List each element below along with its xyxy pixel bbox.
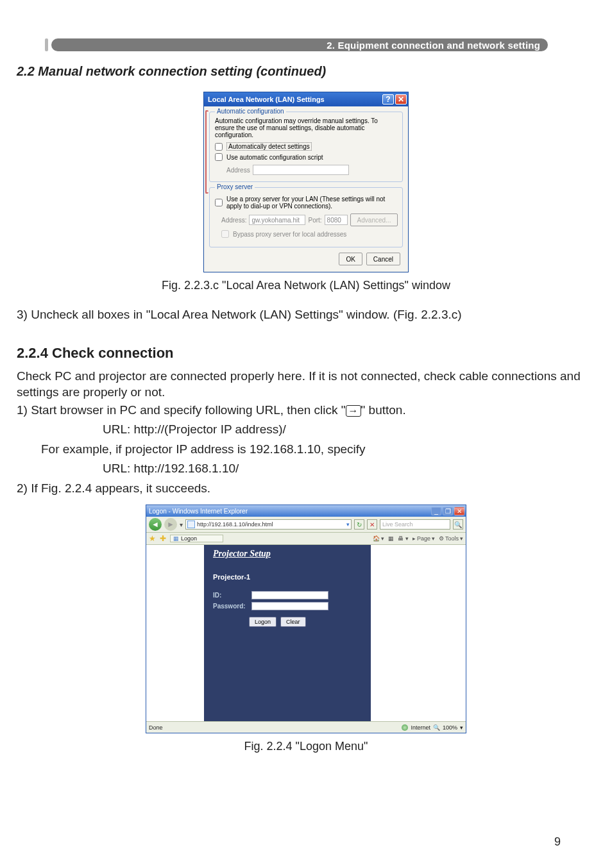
subsection-heading: 2.2.4 Check connection	[17, 345, 595, 362]
favicon-icon	[187, 521, 195, 528]
ribbon-tick	[45, 38, 48, 51]
maximize-button[interactable]: ❐	[443, 507, 453, 515]
panel-heading: Projector Setup	[213, 549, 362, 559]
proxy-legend: Proxy server	[215, 183, 255, 190]
browser-window: Logon - Windows Internet Explorer _ ❐ ✕ …	[146, 505, 466, 733]
proxy-port-label: Port:	[308, 217, 321, 224]
auto-detect-label: Automatically detect settings	[226, 142, 312, 151]
url-example: URL: http://192.168.1.10/	[103, 460, 595, 477]
tab-label: Logon	[181, 535, 197, 542]
chapter-ribbon: 2. Equipment connection and network sett…	[13, 38, 599, 51]
stop-button[interactable]: ✕	[367, 519, 377, 530]
auto-script-checkbox[interactable]	[215, 153, 223, 161]
browser-title: Logon - Windows Internet Explorer	[149, 508, 248, 515]
home-button[interactable]: 🏠 ▾	[373, 535, 385, 542]
minimize-button[interactable]: _	[431, 507, 441, 515]
bypass-label: Bypass proxy server for local addresses	[233, 231, 346, 238]
zoom-icon: 🔍	[433, 724, 440, 731]
password-input[interactable]	[251, 602, 328, 610]
figure-caption-1: Fig. 2.2.3.c "Local Area Network (LAN) S…	[13, 279, 599, 292]
proxy-port-input	[325, 215, 348, 225]
window-close-button[interactable]: ✕	[454, 507, 464, 515]
auto-detect-checkbox[interactable]	[215, 143, 223, 151]
advanced-button: Advanced...	[350, 213, 398, 226]
status-done: Done	[149, 724, 163, 731]
dialog-title: Local Area Network (LAN) Settings	[208, 96, 325, 103]
use-proxy-label: Use a proxy server for your LAN (These s…	[226, 196, 397, 210]
id-input[interactable]	[251, 591, 328, 599]
go-arrow-icon: →	[346, 405, 361, 417]
lan-settings-dialog: Local Area Network (LAN) Settings ? ✕ Au…	[203, 92, 409, 272]
forward-button[interactable]: ►	[164, 518, 177, 531]
globe-icon	[402, 724, 408, 731]
search-button[interactable]: 🔍	[453, 519, 463, 530]
bypass-checkbox	[221, 230, 229, 238]
search-box[interactable]: Live Search	[380, 519, 450, 530]
id-label: ID:	[213, 592, 249, 599]
favorites-star-icon[interactable]: ★	[149, 534, 156, 543]
add-favorite-icon[interactable]: ✚	[160, 534, 166, 543]
back-button[interactable]: ◄	[149, 518, 162, 531]
refresh-button[interactable]: ↻	[354, 519, 364, 530]
auto-script-label: Use automatic configuration script	[226, 154, 323, 161]
auto-config-legend: Automatic configuration	[215, 108, 286, 115]
proxy-address-input	[249, 215, 305, 225]
dropdown-icon[interactable]: ▾	[180, 521, 183, 528]
script-address-label: Address	[226, 167, 250, 174]
section-title: 2.2 Manual network connection setting (c…	[17, 64, 599, 79]
feeds-button[interactable]: ▦	[388, 535, 394, 542]
password-label: Password:	[213, 603, 249, 610]
use-proxy-checkbox[interactable]	[215, 199, 223, 206]
url-dropdown-icon[interactable]: ▾	[346, 521, 350, 528]
clear-button[interactable]: Clear	[280, 617, 306, 627]
tab-favicon-icon: ▦	[173, 535, 179, 542]
zoom-control[interactable]: 🔍100% ▾	[433, 724, 463, 731]
script-address-input	[253, 165, 349, 175]
browser-tab[interactable]: ▦ Logon	[170, 535, 223, 542]
check-step-1: 1) Start browser in PC and specify follo…	[17, 402, 595, 419]
check-paragraph: Check PC and projector are connected pro…	[17, 368, 595, 401]
logon-button[interactable]: Logon	[249, 617, 276, 627]
proxy-address-label: Address:	[221, 217, 246, 224]
page-number: 9	[554, 835, 561, 849]
zoom-dropdown-icon[interactable]: ▾	[460, 724, 463, 731]
ok-button[interactable]: OK	[339, 253, 362, 265]
url-text: http://192.168.1.10/index.html	[197, 521, 273, 528]
address-bar[interactable]: http://192.168.1.10/index.html ▾	[185, 519, 352, 530]
page-menu[interactable]: ▸ Page ▾	[412, 535, 435, 542]
url-template: URL: http://(Projector IP address)/	[103, 421, 595, 438]
check-step-2: 2) If Fig. 2.2.4 appears, it succeeds.	[17, 480, 595, 497]
projector-name: Projector-1	[213, 573, 362, 581]
projector-setup-panel: Projector Setup Projector-1 ID: Password…	[204, 545, 371, 721]
help-button[interactable]: ?	[382, 94, 394, 104]
tools-menu[interactable]: ⚙ Tools ▾	[439, 535, 463, 542]
chapter-title: 2. Equipment connection and network sett…	[327, 40, 540, 51]
example-line: For example, if projector IP address is …	[41, 441, 595, 458]
close-button[interactable]: ✕	[395, 94, 407, 104]
figure-caption-2: Fig. 2.2.4 "Logon Menu"	[13, 740, 599, 753]
cancel-button[interactable]: Cancel	[366, 253, 400, 265]
step-3-text: 3) Uncheck all boxes in "Local Area Netw…	[17, 306, 595, 323]
print-button[interactable]: 🖶 ▾	[398, 535, 409, 542]
security-zone: Internet	[402, 724, 430, 731]
auto-config-desc: Automatic configuration may override man…	[215, 117, 397, 138]
